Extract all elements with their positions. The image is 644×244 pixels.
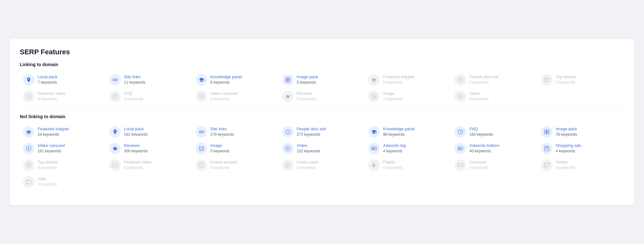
feature-count-carousel-nlink: 0 keywords [469,165,489,171]
feature-item-instant-answer-nlink[interactable]: Instant answer0 keywords [193,157,279,173]
feature-name-carousel-nlink: Carousel [469,160,489,165]
feature-item-jobs-nlink[interactable]: Jobs0 keywords [20,173,106,190]
feature-item-reviews-nlink[interactable]: Reviews306 keywords [106,140,193,157]
feature-count-site-links-link: 11 keywords [124,80,145,85]
feature-icon-featured-snippet-link [368,74,380,86]
feature-count-knowledge-panel-nlink: 98 keywords [383,132,415,137]
feature-icon-featured-snippet-nlink [23,126,34,138]
feature-name-video-carousel-link: Video carousel [210,91,238,96]
feature-count-video-carousel-link: 0 keywords [210,96,238,102]
feature-count-adwords-bottom-nlink: 40 keywords [469,149,499,154]
feature-item-featured-snippet-nlink[interactable]: Featured snippet24 keywords [20,124,106,140]
feature-icon-video-nlink [282,143,294,154]
feature-item-local-pack-nlink[interactable]: Local pack162 keywords [106,124,193,140]
feature-icon-local-pack-nlink [109,126,121,138]
feature-item-site-links-link[interactable]: Site links11 keywords [106,72,193,88]
feature-item-featured-video-nlink[interactable]: Featured video0 keywords [106,157,193,173]
feature-name-flights-nlink: Flights [383,160,402,165]
feature-item-site-links-nlink[interactable]: Site links279 keywords [193,124,279,140]
feature-name-site-links-link: Site links [124,74,145,80]
page-title: SERP Features [20,48,624,56]
feature-count-video-carousel-nlink: 161 keywords [38,149,65,154]
feature-count-top-stories-link: 0 keywords [556,80,576,85]
feature-count-site-links-nlink: 279 keywords [210,132,234,137]
feature-icon-carousel-nlink [455,159,466,171]
feature-item-carousel-nlink[interactable]: Carousel0 keywords [451,157,538,173]
feature-item-adwords-top-nlink[interactable]: Adwords top4 keywords [365,140,451,157]
feature-item-featured-snippet-link[interactable]: Featured snippet0 keywords [365,72,451,88]
feature-item-people-also-ask-link[interactable]: People also ask0 keywords [451,72,538,88]
feature-name-hotels-pack-nlink: Hotels pack [297,160,318,165]
grid-linking-row-0: Local pack7 keywordsSite links11 keyword… [20,72,624,88]
feature-item-faq-link[interactable]: FAQ0 keywords [106,88,193,105]
feature-item-video-nlink[interactable]: Video102 keywords [279,140,365,157]
feature-item-people-also-ask-nlink[interactable]: People also ask273 keywords [279,124,365,140]
feature-count-image-pack-nlink: 76 keywords [556,132,577,137]
feature-count-hotels-pack-nlink: 0 keywords [297,165,318,171]
feature-name-reviews-link: Reviews [297,91,316,96]
feature-icon-top-stories-link [541,74,553,86]
feature-icon-adwords-bottom-nlink [455,143,466,154]
feature-name-site-links-nlink: Site links [210,126,234,132]
section-title-linking: Linking to domain [20,62,624,67]
feature-icon-jobs-nlink [23,176,34,187]
feature-icon-shopping-ads-nlink [541,143,553,154]
feature-item-local-pack-link[interactable]: Local pack7 keywords [20,72,106,88]
feature-item-reviews-link[interactable]: Reviews0 keywords [279,88,365,105]
feature-count-image-pack-link: 5 keywords [297,80,318,85]
feature-icon-faq-nlink [455,126,466,138]
feature-item-twitter-nlink[interactable]: Twitter0 keywords [538,157,624,173]
feature-count-featured-snippet-link: 0 keywords [383,80,414,85]
feature-name-jobs-nlink: Jobs [38,176,57,182]
feature-name-featured-video-link: Featured video [38,91,65,96]
feature-item-hotels-pack-nlink[interactable]: Hotels pack0 keywords [279,157,365,173]
feature-icon-video-link [455,91,466,102]
feature-name-image-link: Image [383,91,402,96]
feature-name-faq-link: FAQ [124,91,143,96]
feature-item-adwords-bottom-nlink[interactable]: Adwords bottom40 keywords [451,140,538,157]
feature-item-image-link[interactable]: Image0 keywords [365,88,451,105]
feature-item-top-stories-link[interactable]: Top stories0 keywords [538,72,624,88]
feature-item-video-link[interactable]: Video0 keywords [451,88,538,105]
feature-icon-people-also-ask-nlink [282,126,294,138]
feature-icon-image-pack-nlink [541,126,553,138]
grid-not-linking-row-3: Jobs0 keywords [20,173,624,190]
feature-count-image-link: 0 keywords [383,96,402,102]
feature-icon-flights-nlink [368,159,380,171]
feature-icon-knowledge-panel-nlink [368,126,380,138]
feature-name-image-nlink: Image [210,143,230,149]
feature-count-local-pack-nlink: 162 keywords [124,132,148,137]
feature-item-faq-nlink[interactable]: FAQ164 keywords [451,124,538,140]
grid-not-linking-row-0: Featured snippet24 keywordsLocal pack162… [20,124,624,140]
feature-item-image-nlink[interactable]: Image5 keywords [193,140,279,157]
feature-icon-local-pack-link [23,74,34,86]
feature-item-image-pack-link[interactable]: Image pack5 keywords [279,72,365,88]
feature-icon-featured-video-nlink [109,159,121,171]
feature-item-top-stories-nlink[interactable]: Top stories0 keywords [20,157,106,173]
feature-icon-image-nlink [196,143,207,154]
feature-item-featured-video-link[interactable]: Featured video0 keywords [20,88,106,105]
feature-item-video-carousel-nlink[interactable]: Video carousel161 keywords [20,140,106,157]
feature-count-video-link: 0 keywords [469,96,489,102]
feature-name-people-also-ask-nlink: People also ask [297,126,326,132]
feature-icon-instant-answer-nlink [196,159,207,171]
feature-icon-faq-link [109,91,121,102]
feature-item-flights-nlink[interactable]: Flights0 keywords [365,157,451,173]
feature-item-knowledge-panel-link[interactable]: Knowledge panel8 keywords [193,72,279,88]
feature-icon-reviews-nlink [109,143,121,154]
grid-linking-row-1: Featured video0 keywordsFAQ0 keywordsVid… [20,88,624,105]
feature-item-shopping-ads-nlink[interactable]: Shopping ads4 keywords [538,140,624,157]
grid-not-linking-row-2: Top stories0 keywordsFeatured video0 key… [20,157,624,173]
feature-name-local-pack-nlink: Local pack [124,126,148,132]
feature-name-video-link: Video [469,91,489,96]
feature-item-video-carousel-link[interactable]: Video carousel0 keywords [193,88,279,105]
feature-count-jobs-nlink: 0 keywords [38,182,57,187]
feature-item-image-pack-nlink[interactable]: Image pack76 keywords [538,124,624,140]
feature-icon-hotels-pack-nlink [282,159,294,171]
feature-name-adwords-bottom-nlink: Adwords bottom [469,143,499,149]
feature-name-featured-snippet-link: Featured snippet [383,74,414,80]
feature-icon-featured-video-link [23,91,34,102]
feature-item-knowledge-panel-nlink[interactable]: Knowledge panel98 keywords [365,124,451,140]
feature-count-people-also-ask-nlink: 273 keywords [297,132,326,137]
feature-icon-video-carousel-link [196,91,207,102]
